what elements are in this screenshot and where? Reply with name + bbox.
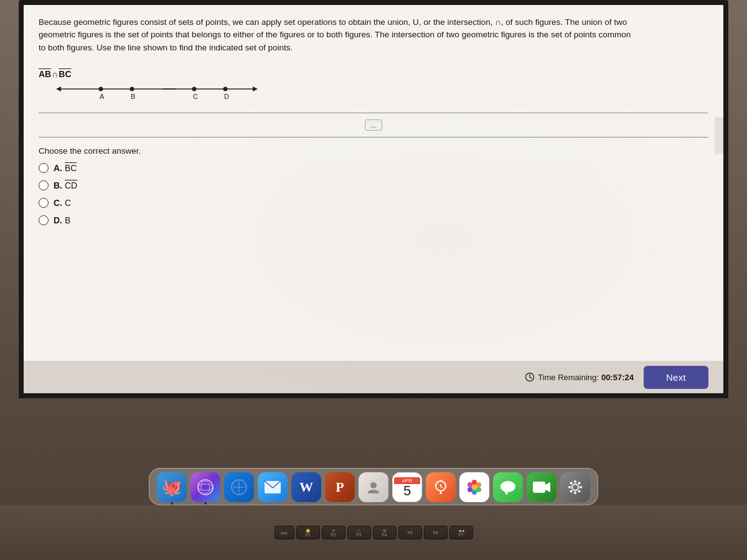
- svg-point-38: [472, 480, 477, 485]
- key-esc[interactable]: esc: [275, 526, 294, 539]
- option-b[interactable]: B. CD: [39, 180, 708, 190]
- dock-finder[interactable]: 🐙: [157, 472, 187, 502]
- dock-contacts[interactable]: [359, 472, 388, 502]
- svg-point-14: [192, 86, 197, 91]
- key-f5[interactable]: F5: [398, 526, 422, 539]
- svg-point-16: [223, 86, 228, 91]
- diagram-intersect-symbol: ∩: [52, 69, 58, 79]
- svg-marker-28: [235, 485, 242, 491]
- option-d-letter: D.: [54, 215, 62, 225]
- svg-point-56: [570, 490, 573, 492]
- screen: Because geometric figures consist of set…: [24, 5, 723, 393]
- svg-text:A: A: [100, 93, 105, 100]
- keyboard-row-fn: esc 🌟 F1 ☀ F2 □ F3 ⊞ F4 F5 F6: [275, 526, 473, 539]
- dock-photos[interactable]: [459, 472, 489, 502]
- svg-point-1: [182, 98, 700, 393]
- svg-point-41: [472, 490, 477, 495]
- svg-point-54: [578, 490, 580, 492]
- svg-point-48: [572, 484, 578, 490]
- dock-calendar[interactable]: APR 5: [392, 472, 422, 502]
- svg-marker-9: [253, 86, 258, 91]
- clock-icon: [525, 372, 535, 382]
- svg-point-23: [198, 484, 213, 490]
- next-button[interactable]: Next: [644, 366, 708, 389]
- radio-a[interactable]: [39, 163, 49, 173]
- dock-siri[interactable]: [190, 472, 220, 502]
- svg-point-39: [476, 482, 481, 487]
- option-c-text: C: [65, 198, 71, 208]
- key-f4[interactable]: ⊞ F4: [373, 526, 397, 539]
- svg-point-42: [467, 487, 472, 492]
- svg-point-0: [133, 67, 723, 393]
- svg-marker-47: [545, 482, 550, 492]
- svg-text:D: D: [224, 93, 229, 100]
- quiz-area: Because geometric figures consist of set…: [24, 5, 723, 393]
- radio-b[interactable]: [39, 180, 49, 190]
- option-a-letter: A.: [54, 163, 62, 173]
- svg-point-55: [578, 482, 580, 485]
- dock-safari[interactable]: [224, 472, 254, 502]
- svg-point-50: [574, 492, 576, 494]
- intro-text: Because geometric figures consist of set…: [39, 16, 636, 54]
- key-f7[interactable]: ◀◀ F7: [449, 526, 473, 539]
- dock-system[interactable]: [560, 472, 590, 502]
- svg-point-43: [467, 482, 472, 487]
- option-d[interactable]: D. B: [39, 215, 708, 225]
- dock: 🐙 W P APR 5: [149, 468, 598, 505]
- diagram-divider-2: [39, 137, 708, 138]
- svg-point-52: [580, 486, 582, 488]
- dock-word[interactable]: W: [291, 472, 321, 502]
- key-f3[interactable]: □ F3: [347, 526, 371, 539]
- svg-point-10: [99, 86, 103, 91]
- diagram-label-ab: AB: [39, 69, 51, 79]
- time-remaining: Time Remaining: 00:57:24: [525, 372, 634, 382]
- option-c[interactable]: C. C: [39, 198, 708, 208]
- svg-point-53: [570, 482, 573, 485]
- key-f6[interactable]: F6: [424, 526, 448, 539]
- diagram-area: AB∩BC: [39, 64, 708, 105]
- macbook-body: Because geometric figures consist of set…: [0, 0, 747, 560]
- line-diagram: A B C D: [51, 83, 708, 100]
- diagram-label: AB∩BC: [39, 69, 708, 79]
- choose-label: Choose the correct answer.: [39, 146, 708, 156]
- option-d-text: B: [65, 215, 70, 225]
- dock-messages[interactable]: [493, 472, 523, 502]
- svg-point-51: [568, 486, 571, 488]
- key-f1[interactable]: 🌟 F1: [296, 526, 320, 539]
- svg-marker-7: [56, 86, 61, 91]
- option-b-letter: B.: [54, 180, 62, 190]
- option-a[interactable]: A. BC: [39, 163, 708, 173]
- svg-marker-27: [237, 483, 243, 490]
- svg-point-49: [574, 480, 576, 483]
- options-list: A. BC B. CD C.: [39, 163, 708, 225]
- radio-d[interactable]: [39, 215, 49, 225]
- svg-point-12: [130, 86, 134, 91]
- side-tab: [715, 117, 723, 154]
- svg-point-22: [201, 481, 210, 493]
- option-a-text: BC: [65, 163, 77, 173]
- time-remaining-label: Time Remaining:: [538, 373, 599, 382]
- screen-bezel: Because geometric figures consist of set…: [19, 0, 728, 398]
- svg-point-30: [370, 482, 377, 488]
- option-b-text: CD: [65, 180, 77, 190]
- radio-c[interactable]: [39, 198, 49, 208]
- dots-box: ...: [365, 119, 382, 131]
- svg-rect-46: [533, 482, 545, 493]
- svg-text:B: B: [131, 93, 135, 100]
- option-c-letter: C.: [54, 198, 62, 208]
- line-svg: A B C D: [51, 83, 263, 100]
- dock-mail[interactable]: [258, 472, 288, 502]
- diagram-label-bc: BC: [59, 69, 71, 79]
- keyboard: esc 🌟 F1 ☀ F2 □ F3 ⊞ F4 F5 F6: [0, 505, 747, 560]
- key-f2[interactable]: ☀ F2: [322, 526, 345, 539]
- dots-container: ...: [39, 119, 708, 131]
- svg-point-40: [476, 487, 481, 492]
- svg-text:C: C: [193, 93, 198, 100]
- svg-line-20: [530, 377, 532, 378]
- time-remaining-value: 00:57:24: [601, 373, 634, 382]
- diagram-divider: [39, 113, 708, 113]
- dock-facetime[interactable]: [527, 472, 557, 502]
- dock-powerpoint[interactable]: P: [325, 472, 355, 502]
- dock-reminders[interactable]: [426, 472, 456, 502]
- svg-point-21: [198, 480, 213, 495]
